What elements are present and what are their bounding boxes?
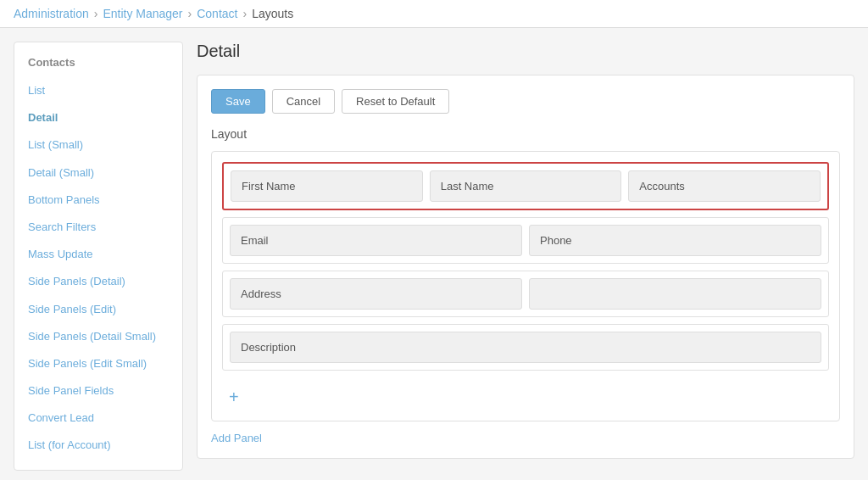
- layout-row-1: First Name Last Name Accounts: [222, 162, 829, 210]
- sidebar-item-convert-lead[interactable]: Convert Lead: [14, 405, 182, 432]
- cancel-button[interactable]: Cancel: [272, 89, 335, 114]
- breadcrumb-current: Layouts: [252, 7, 293, 20]
- sidebar-item-search-filters[interactable]: Search Filters: [14, 214, 182, 241]
- field-accounts[interactable]: Accounts: [628, 170, 821, 202]
- top-bar: Administration › Entity Manager › Contac…: [0, 0, 868, 28]
- breadcrumb-contact[interactable]: Contact: [197, 7, 237, 20]
- content-area: Detail Save Cancel Reset to Default Layo…: [197, 42, 854, 471]
- reset-button[interactable]: Reset to Default: [342, 89, 449, 114]
- sidebar-item-side-panels-detail-small[interactable]: Side Panels (Detail Small): [14, 323, 182, 350]
- layout-label: Layout: [211, 127, 840, 141]
- page-title: Detail: [197, 42, 854, 61]
- sidebar-item-mass-update[interactable]: Mass Update: [14, 241, 182, 268]
- field-description[interactable]: Description: [230, 332, 821, 363]
- sidebar: Contacts List Detail List (Small) Detail…: [14, 42, 183, 471]
- toolbar: Save Cancel Reset to Default: [211, 89, 840, 114]
- breadcrumb-entity-manager[interactable]: Entity Manager: [103, 7, 182, 20]
- field-phone[interactable]: Phone: [529, 225, 821, 256]
- breadcrumb-sep-2: ›: [188, 7, 192, 20]
- field-email[interactable]: Email: [230, 225, 522, 256]
- sidebar-item-side-panels-edit-small[interactable]: Side Panels (Edit Small): [14, 350, 182, 377]
- field-address[interactable]: Address: [230, 278, 522, 310]
- breadcrumb-sep-3: ›: [242, 7, 247, 20]
- field-last-name[interactable]: Last Name: [430, 170, 622, 202]
- add-row-button[interactable]: +: [222, 384, 246, 410]
- sidebar-item-side-panels-edit[interactable]: Side Panels (Edit): [14, 296, 182, 323]
- field-empty[interactable]: [529, 278, 821, 310]
- sidebar-item-bottom-panels[interactable]: Bottom Panels: [14, 187, 182, 214]
- sidebar-item-detail-small[interactable]: Detail (Small): [14, 159, 182, 187]
- sidebar-item-list-small[interactable]: List (Small): [14, 131, 182, 159]
- breadcrumb-sep-1: ›: [94, 7, 98, 20]
- save-button[interactable]: Save: [211, 89, 265, 114]
- layout-row-4: Description: [222, 324, 829, 371]
- sidebar-title: Contacts: [14, 53, 182, 77]
- layout-row-2: Email Phone: [222, 217, 829, 264]
- sidebar-item-side-panels-detail[interactable]: Side Panels (Detail): [14, 268, 182, 295]
- layout-container: First Name Last Name Accounts Email Phon…: [211, 151, 840, 421]
- field-first-name[interactable]: First Name: [231, 170, 423, 202]
- add-panel-link[interactable]: Add Panel: [211, 432, 262, 444]
- layout-row-3: Address: [222, 271, 829, 317]
- breadcrumb-admin[interactable]: Administration: [14, 7, 89, 20]
- sidebar-item-list[interactable]: List: [14, 77, 182, 104]
- main-panel: Save Cancel Reset to Default Layout Firs…: [197, 75, 854, 459]
- sidebar-item-detail[interactable]: Detail: [14, 104, 182, 131]
- sidebar-item-side-panel-fields[interactable]: Side Panel Fields: [14, 377, 182, 405]
- sidebar-item-list-for-account[interactable]: List (for Account): [14, 432, 182, 459]
